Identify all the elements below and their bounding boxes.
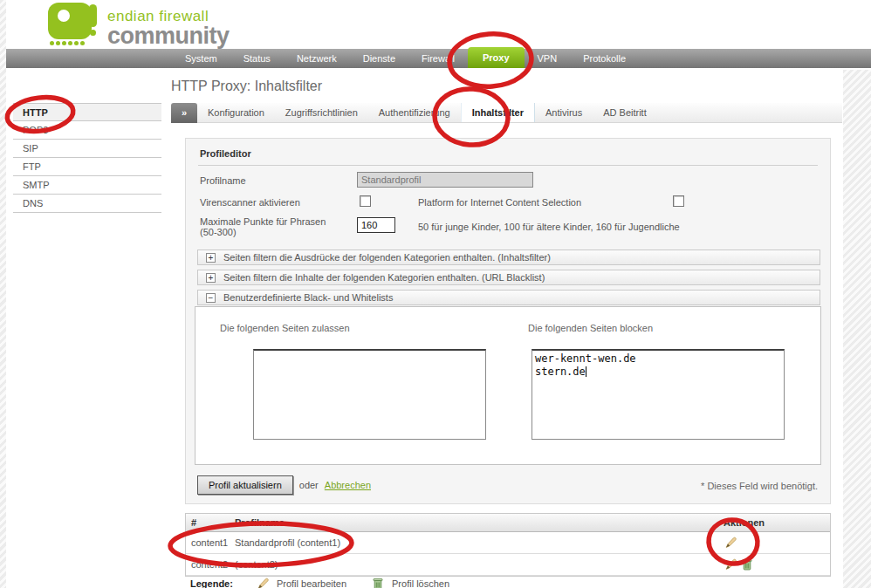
nav-item-firewall[interactable]: Firewall [408,49,468,68]
table-row: content2 (content2) [186,554,830,576]
table-legend: Legende: Profil bearbeiten Profil lösche… [190,577,449,588]
sidebar-item-http[interactable]: HTTP [13,103,161,121]
tab-ad-beitritt[interactable]: AD Beitritt [593,103,657,122]
nav-item-protokolle[interactable]: Protokolle [570,49,639,68]
pics-checkbox[interactable] [673,195,684,207]
app-window: endian firewall community System Status … [0,0,871,588]
nav-item-dienste[interactable]: Dienste [350,49,408,68]
profile-name: Standardprofil (content1) [230,537,718,548]
profile-id: content1 [186,537,230,548]
phrasen-help-text: 50 für junge Kinder, 100 für ältere Kind… [418,222,680,232]
nav-item-netzwerk[interactable]: Netzwerk [284,49,350,68]
proxy-sidebar: HTTP POP3 SIP FTP SMTP DNS [13,103,161,213]
profile-id: content2 [186,559,230,570]
sidebar-item-dns[interactable]: DNS [13,195,161,213]
virenscanner-label: Virenscanner aktivieren [200,197,300,208]
legend-delete-text: Profil löschen [392,578,449,588]
allow-sites-textarea[interactable] [253,349,486,440]
profile-name: (content2) [230,559,718,570]
left-edge-pattern [0,0,6,588]
right-edge-pattern [843,70,871,588]
profile-editor-panel: Profileditor Profilname Standardprofil V… [185,138,831,504]
accordion-black-whitelists[interactable]: − Benutzerdefinierte Black- und Whitelis… [197,290,820,305]
pencil-icon [256,577,270,588]
blocked-site-entry: wer-kennt-wen.de [535,352,636,365]
profiles-table: # Profilname Aktionen content1 Standardp… [185,513,831,577]
sidebar-item-pop3[interactable]: POP3 [13,121,161,140]
tab-overflow-button[interactable]: » [171,103,197,123]
plus-icon[interactable]: + [206,253,216,263]
sidebar-item-sip[interactable]: SIP [13,140,161,158]
virenscanner-checkbox[interactable] [360,195,371,207]
accordion-inhaltsfilter-kategorien[interactable]: + Seiten filtern die Ausdrücke der folge… [197,250,820,265]
sidebar-item-ftp[interactable]: FTP [13,158,161,176]
update-profile-button[interactable]: Profil aktualisiern [197,475,293,495]
brand-line2: community [107,24,230,48]
black-whitelist-section: Die folgenden Seiten zulassen Die folgen… [195,306,821,465]
blocked-site-entry: stern.de [535,366,586,378]
table-header: # Profilname Aktionen [186,514,830,532]
phrasen-field[interactable]: 160 [357,217,395,233]
profilname-field[interactable]: Standardprofil [357,172,533,188]
trash-icon[interactable] [740,557,754,571]
tab-authentifizierung[interactable]: Authentifizierung [368,103,461,122]
accordion-label: Benutzerdefinierte Black- und Whitelists [223,292,393,303]
endian-logo: endian firewall community [48,3,230,48]
col-header-id: # [186,514,230,531]
legend-label: Legende: [190,578,233,588]
block-sites-label: Die folgenden Seiten blocken [528,323,653,333]
pencil-icon[interactable] [724,536,737,550]
minus-icon[interactable]: − [206,293,216,303]
trash-icon [371,577,385,588]
allow-sites-label: Die folgenden Seiten zulassen [220,323,350,333]
nav-item-system[interactable]: System [172,49,230,68]
col-header-profilname: Profilname [230,514,718,531]
accordion-url-blacklist[interactable]: + Seiten filtern die Inhalte der folgend… [197,270,820,285]
phrasen-label-line1: Maximale Punkte für Phrasen [200,216,326,227]
accordion-label: Seiten filtern die Ausdrücke der folgend… [223,252,551,263]
block-sites-textarea[interactable]: wer-kennt-wen.de stern.de [532,349,785,440]
phrasen-label-line2: (50-300) [200,227,237,237]
proxy-tabbar: » Konfiguration Zugriffsrichtlinien Auth… [171,103,842,123]
divider [198,165,818,166]
text-caret [586,366,586,377]
legend-edit-text: Profil bearbeiten [277,578,346,588]
main-navbar: System Status Netzwerk Dienste Firewall … [6,49,871,68]
plus-icon[interactable]: + [206,273,216,283]
pics-label: Platform for Internet Content Selection [418,197,581,208]
panel-heading: Profileditor [200,148,251,159]
table-row: content1 Standardprofil (content1) [186,532,830,554]
profilname-label: Profilname [200,175,246,186]
tab-inhaltsfilter[interactable]: Inhaltsfilter [461,103,535,122]
page-title: HTTP Proxy: Inhaltsfilter [171,79,322,94]
sidebar-item-smtp[interactable]: SMTP [13,176,161,195]
nav-item-status[interactable]: Status [230,49,284,68]
nav-item-proxy[interactable]: Proxy [468,47,525,68]
cancel-link[interactable]: Abbrechen [325,480,371,490]
tab-antivirus[interactable]: Antivirus [535,103,593,122]
brand-line1: endian firewall [107,9,230,24]
tab-konfiguration[interactable]: Konfiguration [197,103,275,122]
required-field-note: * Dieses Feld wird benötigt. [701,481,818,491]
accordion-label: Seiten filtern die Inhalte der folgenden… [223,272,545,283]
tab-zugriffsrichtlinien[interactable]: Zugriffsrichtlinien [275,103,368,122]
oder-text: oder [299,480,319,490]
nav-item-vpn[interactable]: VPN [525,49,571,68]
endian-logo-icon [48,3,97,44]
col-header-aktionen: Aktionen [718,514,830,531]
pencil-icon[interactable] [724,557,737,571]
